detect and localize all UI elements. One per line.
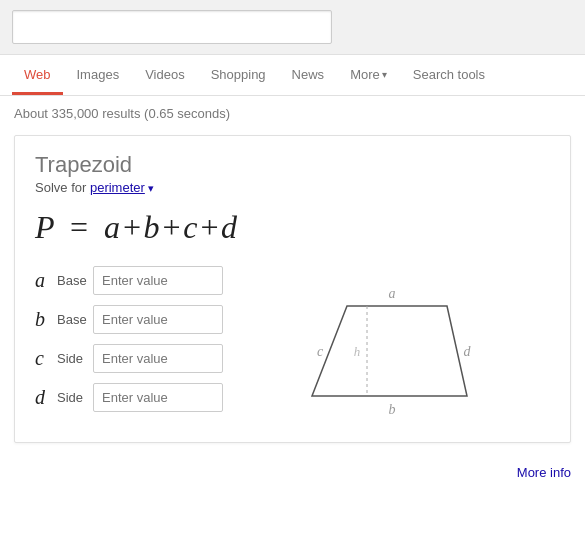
solve-for-link[interactable]: perimeter [90,180,145,195]
solve-for-dropdown-icon[interactable]: ▾ [148,182,154,194]
svg-text:b: b [388,402,395,417]
variable-row-b: b Base [35,305,223,334]
tab-videos[interactable]: Videos [133,55,197,95]
formula-display: P = a+b+c+d [35,209,550,246]
var-label-a: Base [57,273,93,288]
variables-diagram-section: a Base b Base c Side d Side [35,266,550,426]
var-label-c: Side [57,351,93,366]
var-input-c[interactable] [93,344,223,373]
svg-text:c: c [316,344,323,359]
var-label-d: Side [57,390,93,405]
tab-search-tools[interactable]: Search tools [401,55,497,95]
more-info-link[interactable]: More info [517,465,571,480]
variable-row-a: a Base [35,266,223,295]
trapezoid-diagram: a b c d h [233,266,550,426]
search-bar: perimeter of a trapezoid [0,0,585,55]
more-info-bar: More info [0,457,585,488]
var-letter-c: c [35,347,57,370]
svg-marker-0 [312,306,467,396]
var-label-b: Base [57,312,93,327]
tab-images[interactable]: Images [65,55,132,95]
card-title: Trapezoid [35,152,550,178]
search-input[interactable]: perimeter of a trapezoid [12,10,332,44]
variable-row-d: d Side [35,383,223,412]
var-letter-d: d [35,386,57,409]
tab-web[interactable]: Web [12,55,63,95]
var-input-a[interactable] [93,266,223,295]
var-letter-a: a [35,269,57,292]
trapezoid-svg: a b c d h [292,276,492,426]
var-input-d[interactable] [93,383,223,412]
svg-text:a: a [388,286,395,301]
svg-text:h: h [353,344,360,359]
variable-row-c: c Side [35,344,223,373]
calculator-card: Trapezoid Solve for perimeter ▾ P = a+b+… [14,135,571,443]
results-count: About 335,000 results (0.65 seconds) [0,96,585,131]
tab-more[interactable]: More ▾ [338,55,399,95]
variables-list: a Base b Base c Side d Side [35,266,223,422]
var-input-b[interactable] [93,305,223,334]
chevron-down-icon: ▾ [382,69,387,80]
solve-for-line: Solve for perimeter ▾ [35,180,550,195]
tab-shopping[interactable]: Shopping [199,55,278,95]
var-letter-b: b [35,308,57,331]
svg-text:d: d [463,344,471,359]
nav-tabs: Web Images Videos Shopping News More ▾ S… [0,55,585,96]
tab-news[interactable]: News [280,55,337,95]
